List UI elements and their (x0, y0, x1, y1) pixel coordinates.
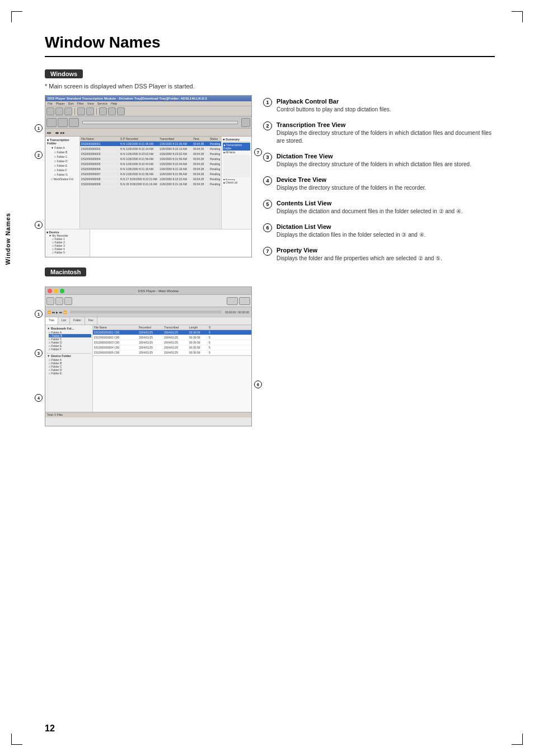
description-list: 1 Playback Control Bar Control buttons t… (263, 98, 495, 262)
win-table-header: File Name S P Recorded Transcribed Time … (80, 137, 221, 142)
win-table-row: DS2000000004 N N 1/26/2000 8:21:56 AM 1/… (80, 157, 221, 162)
win-property-view: ■ Summary ■ Transcription Folder ■ All I… (221, 137, 251, 229)
win-table-row: DS2000000008 N N 17 3/26/2000 8:22:22 AM… (80, 177, 221, 182)
desc-text: Dictation Tree View Displays the directo… (277, 153, 495, 168)
windows-left-col: 1 2 4 5 7 DSS Player Standard Transcript… (45, 95, 252, 426)
mac-section: Macintosh 1 3 4 6 (45, 266, 252, 426)
win-table-row: DS2000000006 N N 1/26/2000 8:21:16 AM 1/… (80, 167, 221, 172)
desc-num: 4 (263, 176, 272, 185)
corner-mark-br (512, 734, 523, 745)
desc-body: Displays the dictation and document file… (277, 208, 495, 215)
anno-1-mac: 1 (35, 310, 43, 318)
desc-text: Device Tree View Displays the directory … (277, 176, 495, 192)
win-table-row: DS2000000007 N N 1/26/2000 8:21:56 AM 1/… (80, 172, 221, 177)
desc-num: 7 (263, 247, 272, 256)
desc-text: Contents List View Displays the dictatio… (277, 200, 495, 215)
win-table-row: DS2000000002 N N 1/26/2000 8:22:14 AM 1/… (80, 147, 221, 152)
win-menubar: FilePlayerSortFilterViewServiceHelp (45, 101, 251, 106)
mac-toolbar (45, 295, 251, 307)
win-table-row: DS2000000009 N N 26 3/26/2000 8:21:16 AM… (80, 182, 221, 187)
mac-statusbar: Total: 5 Files (45, 412, 251, 417)
desc-title: Transcription Tree View (277, 121, 495, 128)
mac-badge: Macintosh (45, 267, 86, 276)
desc-body: Displays the directory structure of the … (277, 184, 495, 192)
page: Window Names Window Names Windows * Main… (0, 0, 534, 756)
windows-section: Windows * Main screen is displayed when … (45, 68, 495, 426)
anno-2-win: 2 (35, 151, 43, 159)
windows-screenshot: DSS Player Standard Transcription Module… (45, 95, 252, 257)
page-number: 12 (45, 724, 55, 734)
win-table-row: DS2000000001 N N 1/26/2000 8:21:36 AM 1/… (80, 142, 221, 147)
anno-3-mac: 3 (35, 349, 43, 357)
desc-title: Device Tree View (277, 176, 495, 183)
win-playback-toolbar (45, 116, 251, 129)
desc-num: 1 (263, 98, 272, 107)
corner-mark-bl (11, 734, 22, 745)
desc-num: 2 (263, 121, 272, 130)
win-dictation-area (90, 229, 251, 257)
win-table-row: DS2000000003 N N 1/26/2000 8:23:02 AM 1/… (80, 152, 221, 157)
sidebar-label: Window Names (4, 213, 11, 265)
desc-num: 5 (263, 200, 272, 209)
desc-text: Transcription Tree View Displays the dir… (277, 121, 495, 145)
win-table-rows: DS2000000001 N N 1/26/2000 8:21:36 AM 1/… (80, 142, 221, 187)
desc-title: Contents List View (277, 200, 495, 206)
mac-dictation-list: File Name Recorded Transcribed Length S (93, 325, 251, 412)
anno-4-mac: 4 (35, 394, 43, 402)
desc-item: 7 Property View Displays the folder and … (263, 247, 495, 262)
win-titlebar: DSS Player Standard Transcription Module… (45, 96, 251, 101)
win-bottom-section: ■ Device ▼ My Recorder □ Folder 1 □ Fold… (45, 229, 251, 257)
mac-table-row: DS2000000003 C80 2004/01/25 2004/01/25 0… (93, 340, 251, 345)
mac-playback: ⏪ ⏮ ▶ ⏭ ⏩ 00:00:00 / 00:00:00 (45, 307, 251, 317)
win-body: ■ Transcription Folder ▼ Folder A □ Fold… (45, 137, 251, 229)
anno-6-mac: 6 (254, 381, 262, 388)
desc-text: Property View Displays the folder and fi… (277, 247, 495, 262)
anno-4-win: 4 (35, 221, 43, 229)
mac-screenshot-wrapper: 1 3 4 6 DSS Pl (45, 287, 252, 426)
windows-screenshot-wrapper: 1 2 4 5 7 DSS Player Standard Transcript… (45, 95, 252, 257)
corner-mark-tr (512, 11, 523, 22)
desc-item: 3 Dictation Tree View Displays the direc… (263, 153, 495, 168)
mac-tabbar: Tree List Folder Rec (45, 317, 251, 325)
desc-num: 3 (263, 153, 272, 162)
win-device-tree: ■ Device ▼ My Recorder □ Folder 1 □ Fold… (45, 229, 90, 257)
win-table-row: DS2000000005 N N 1/26/2000 8:22:44 AM 1/… (80, 162, 221, 167)
mac-body: ▼ Bookmark Fol... □ Folder A □ Folder B … (45, 325, 251, 412)
corner-mark-tl (11, 11, 22, 22)
desc-body: Displays the dictation files in the fold… (277, 231, 495, 239)
desc-body: Displays the directory structure of the … (277, 129, 495, 145)
win-toolbar1 (45, 106, 251, 116)
desc-item: 2 Transcription Tree View Displays the d… (263, 121, 495, 145)
desc-item: 4 Device Tree View Displays the director… (263, 176, 495, 192)
mac-table-row: DS2000000001 C80 2004/01/25 2004/01/25 0… (93, 330, 251, 335)
anno-1-win: 1 (35, 124, 43, 132)
windows-content: 1 2 4 5 7 DSS Player Standard Transcript… (45, 95, 495, 426)
desc-item: 1 Playback Control Bar Control buttons t… (263, 98, 495, 114)
mac-table-row: DS2000000005 C80 2004/01/25 2004/01/25 0… (93, 350, 251, 355)
win-sub-toolbar: ◀ ▶ ◀▶ ▶▶ (45, 129, 251, 137)
desc-num: 6 (263, 223, 272, 232)
desc-title: Playback Control Bar (277, 98, 495, 105)
mac-dictation-tree: ▼ Bookmark Fol... □ Folder A □ Folder B … (45, 325, 93, 412)
desc-body: Control buttons to play and stop dictati… (277, 106, 495, 114)
anno-7-win: 7 (254, 148, 262, 156)
windows-subtitle: * Main screen is displayed when DSS Play… (45, 83, 495, 90)
desc-body: Displays the folder and file properties … (277, 255, 495, 262)
mac-table-row: DS2000000002 C80 2004/01/25 2004/01/25 0… (93, 335, 251, 340)
desc-item: 5 Contents List View Displays the dictat… (263, 200, 495, 215)
mac-table-row: DS2000000004 C80 2004/01/25 2004/01/25 0… (93, 345, 251, 350)
desc-title: Property View (277, 247, 495, 253)
win-contents-list: File Name S P Recorded Transcribed Time … (80, 137, 221, 229)
desc-text: Dictation List View Displays the dictati… (277, 223, 495, 239)
windows-badge: Windows (45, 69, 83, 78)
mac-titlebar: DSS Player - Main Window (45, 287, 251, 295)
win-transcription-tree: ■ Transcription Folder ▼ Folder A □ Fold… (45, 137, 80, 229)
page-title: Window Names (45, 34, 495, 57)
desc-text: Playback Control Bar Control buttons to … (277, 98, 495, 114)
desc-title: Dictation List View (277, 223, 495, 230)
desc-item: 6 Dictation List View Displays the dicta… (263, 223, 495, 239)
mac-table-rows: DS2000000001 C80 2004/01/25 2004/01/25 0… (93, 330, 251, 355)
desc-body: Displays the directory structure of the … (277, 161, 495, 168)
mac-screenshot: DSS Player - Main Window (45, 287, 252, 426)
right-col: 1 Playback Control Bar Control buttons t… (263, 95, 495, 426)
